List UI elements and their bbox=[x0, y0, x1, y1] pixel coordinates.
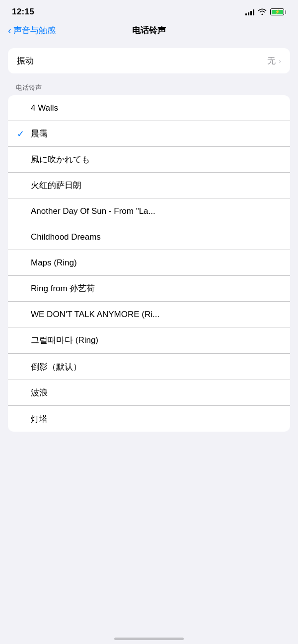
ringtone-text: Another Day Of Sun - From "La... bbox=[31, 206, 281, 216]
vibration-row[interactable]: 振动 无 › bbox=[8, 48, 290, 73]
list-item[interactable]: Ring from 孙艺荷 bbox=[8, 276, 290, 302]
ringtone-text: 火红的萨日朗 bbox=[31, 180, 281, 191]
checkmark-icon: ✓ bbox=[17, 129, 31, 139]
signal-icon bbox=[245, 8, 254, 15]
list-item[interactable]: 그럴때마다 (Ring) bbox=[8, 327, 290, 354]
chevron-right-icon: › bbox=[279, 57, 281, 65]
battery-icon: ⚡ bbox=[270, 8, 286, 15]
ringtone-text: 風に吹かれても bbox=[31, 154, 281, 165]
content: 振动 无 › 电话铃声 4 Walls ✓ 晨霭 風に吹かれても 火红的萨日朗 bbox=[0, 48, 298, 442]
list-item[interactable]: Maps (Ring) bbox=[8, 250, 290, 276]
nav-bar: ‹ 声音与触感 电话铃声 bbox=[0, 21, 298, 42]
status-icons: ⚡ bbox=[245, 8, 286, 16]
vibration-label: 振动 bbox=[17, 55, 34, 66]
list-item[interactable]: 風に吹かれても bbox=[8, 147, 290, 173]
ringtone-text: WE DON'T TALK ANYMORE (Ri... bbox=[31, 310, 281, 320]
list-item[interactable]: 倒影（默认） bbox=[8, 354, 290, 380]
ringtone-list: 4 Walls ✓ 晨霭 風に吹かれても 火红的萨日朗 Another Day … bbox=[8, 95, 290, 432]
list-item[interactable]: 灯塔 bbox=[8, 406, 290, 432]
ringtone-text: Ring from 孙艺荷 bbox=[31, 283, 281, 294]
ringtone-text: 灯塔 bbox=[31, 413, 281, 425]
ringtone-text: 晨霭 bbox=[31, 128, 281, 139]
ringtone-section-header: 电话铃声 bbox=[0, 79, 298, 95]
list-item[interactable]: WE DON'T TALK ANYMORE (Ri... bbox=[8, 302, 290, 327]
chevron-left-icon: ‹ bbox=[8, 25, 11, 35]
vibration-section: 振动 无 › bbox=[8, 48, 290, 73]
ringtone-text: 倒影（默认） bbox=[31, 361, 281, 373]
list-item[interactable]: Another Day Of Sun - From "La... bbox=[8, 198, 290, 224]
ringtone-text: 4 Walls bbox=[31, 103, 281, 113]
home-indicator bbox=[114, 638, 184, 640]
status-time: 12:15 bbox=[12, 7, 34, 17]
ringtone-text: 波浪 bbox=[31, 387, 281, 398]
ringtone-text: Childhood Dreams bbox=[31, 232, 281, 242]
vibration-value: 无 › bbox=[267, 55, 281, 66]
status-bar: 12:15 ⚡ bbox=[0, 0, 298, 21]
list-item[interactable]: 4 Walls bbox=[8, 95, 290, 121]
wifi-icon bbox=[258, 8, 267, 16]
list-item[interactable]: Childhood Dreams bbox=[8, 224, 290, 250]
list-item[interactable]: 波浪 bbox=[8, 380, 290, 406]
list-item[interactable]: ✓ 晨霭 bbox=[8, 121, 290, 147]
ringtone-text: 그럴때마다 (Ring) bbox=[31, 334, 281, 346]
page-title: 电话铃声 bbox=[132, 25, 166, 36]
ringtone-text: Maps (Ring) bbox=[31, 258, 281, 268]
list-item[interactable]: 火红的萨日朗 bbox=[8, 173, 290, 198]
back-label: 声音与触感 bbox=[13, 25, 56, 36]
back-button[interactable]: ‹ 声音与触感 bbox=[8, 25, 56, 36]
